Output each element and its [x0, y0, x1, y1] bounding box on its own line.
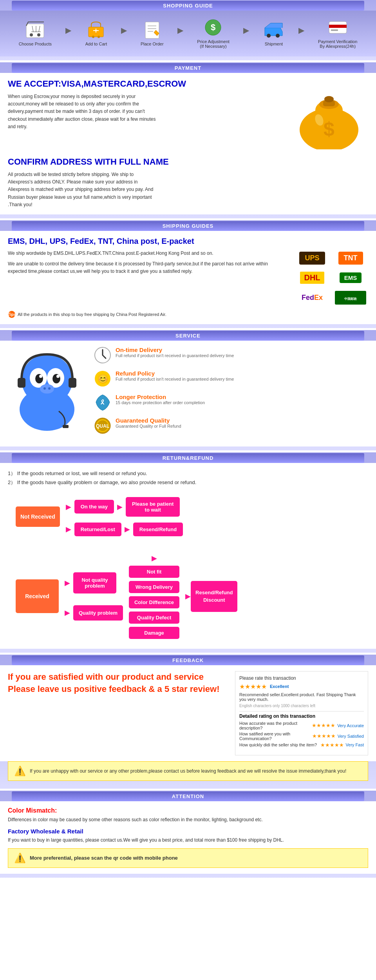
- feedback-warning-banner: ⚠️ If you are unhappy with our service o…: [8, 761, 368, 781]
- rating-row-description: How accurate was the product description…: [239, 721, 364, 730]
- delivery-icon: [94, 347, 112, 364]
- svg-text:中国邮政: 中国邮政: [344, 297, 357, 301]
- step-priceadj-label: Price Adjustment(If Necessary): [197, 39, 230, 49]
- wrong-delivery-box: Wrong Delivery: [129, 581, 179, 593]
- svg-point-2: [37, 33, 40, 36]
- feedback-content-area: If you are satisfied with our product an…: [0, 665, 376, 761]
- final-arrow-box: ▶ Resend/RefundDiscount: [185, 581, 237, 612]
- rating-stars-row: ★★★★★ Excellent: [239, 683, 364, 690]
- svg-point-35: [22, 354, 72, 405]
- nr-branch-1: ▶ On the way ▶ Please be patientto wait: [66, 497, 183, 517]
- svg-rect-45: [18, 378, 25, 388]
- quality-text: Guaranteed Quality Guaranteed Quality or…: [116, 417, 181, 428]
- confirm-address-area: CONFIRM ADDRESS WITH FULL NAME All produ…: [8, 157, 368, 209]
- payment-description: When using Escrow,your money is deposite…: [8, 93, 157, 131]
- service-header: SERVICE: [12, 331, 364, 341]
- return-section-wrapper: RETURN&REFUND 1） If the goods returned o…: [0, 452, 376, 653]
- place-order-icon: [141, 20, 163, 40]
- svg-point-9: [98, 36, 100, 38]
- ups-logo: UPS: [295, 250, 330, 267]
- service-item-quality: QUAL Guaranteed Quality Guaranteed Quali…: [94, 417, 368, 435]
- service-items-list: On-time Delivery Full refund if product …: [94, 347, 368, 441]
- rating-row-shipping: How quickly didi the seller ship the ite…: [239, 742, 364, 748]
- svg-point-1: [30, 33, 33, 36]
- received-right-boxes: ▶ Not fit Wrong Delivery Color Differenc…: [129, 554, 179, 639]
- payment-left: WE ACCEPT:VISA,MASTERCARD,ESCROW When us…: [8, 79, 290, 151]
- transaction-label: Please rate this transaction: [239, 675, 364, 681]
- protection-icon: 🎗: [94, 394, 112, 411]
- nr-branches: ▶ On the way ▶ Please be patientto wait …: [66, 497, 183, 536]
- svg-point-27: [324, 96, 334, 102]
- damage-box: Damage: [129, 627, 179, 639]
- not-received-diagram: Not Received ▶ On the way ▶ Please be pa…: [8, 493, 368, 540]
- tips-text: All the products in this shop to buy fre…: [18, 312, 166, 317]
- svg-rect-12: [145, 22, 159, 38]
- return-content-area: 1） If the goods returned or lost, we wil…: [0, 463, 376, 649]
- qr-warning-icon: ⚠️: [14, 853, 26, 864]
- svg-point-43: [43, 387, 46, 390]
- shipping-main-row: We ship wordwide by EMS.DHL.UPS.FedEX.TN…: [8, 250, 368, 307]
- svg-rect-21: [329, 25, 347, 28]
- not-quality-branch: ▶ Not qualityproblem: [65, 572, 123, 593]
- svg-text:$: $: [211, 22, 215, 32]
- rating-stars-desc: ★★★★★: [312, 722, 335, 728]
- step-add-to-cart: Add to Cart: [85, 20, 107, 46]
- protection-text: Longer Protection 15 days more protectio…: [116, 394, 205, 405]
- svg-rect-47: [63, 425, 69, 428]
- delivery-text: On-time Delivery Full refund if product …: [116, 347, 234, 358]
- step-addcart-label: Add to Cart: [85, 42, 107, 46]
- mismatch-text: Differences in color may be caused by so…: [8, 816, 368, 823]
- wholesale-title: Factory Wholesale & Retail: [8, 828, 368, 835]
- rating-row-communication: How satified were you with Communication…: [239, 731, 364, 741]
- detailed-label: Detailed rating on this transaction: [239, 713, 364, 719]
- mismatch-title: Color Mismatch:: [8, 807, 368, 814]
- shipping-content-area: EMS, DHL, UPS, FedEx, TNT, China post, E…: [0, 231, 376, 324]
- arrow-nr-1: ▶: [66, 503, 71, 511]
- quality-defect-box: Quality Defect: [129, 612, 179, 624]
- quality-branch: ▶ Quality problem: [65, 605, 123, 621]
- attention-content-area: Color Mismatch: Differences in color may…: [0, 801, 376, 874]
- feedback-header: FEEDBACK: [12, 655, 364, 665]
- arrow-2: ▶: [121, 25, 127, 35]
- attention-header: ATTENTION: [12, 791, 364, 801]
- shipping-title: EMS, DHL, UPS, FedEx, TNT, China post, E…: [8, 237, 368, 246]
- feedback-right-panel: Please rate this transaction ★★★★★ Excel…: [235, 671, 368, 755]
- returned-lost-box: Returned/Lost: [74, 523, 121, 536]
- svg-text:😊: 😊: [98, 374, 108, 384]
- shipping-header: SHIPPING GUIDES: [12, 221, 364, 231]
- tnt-logo: TNT: [333, 250, 368, 267]
- arrow-nr-2: ▶: [117, 503, 123, 511]
- svg-text:$: $: [324, 118, 334, 140]
- feedback-left-panel: If you are satisfied with our product an…: [8, 671, 227, 755]
- color-difference-box: Color Difference: [129, 596, 179, 608]
- shipment-icon: [263, 20, 284, 40]
- fedex-logo: FedEx: [295, 289, 330, 307]
- svg-point-8: [92, 36, 94, 38]
- payment-header: PAYMENT: [12, 63, 364, 73]
- arrow-3: ▶: [177, 25, 183, 35]
- step-choose-products: Choose Products: [19, 20, 52, 46]
- dhl-logo: DHL: [295, 270, 330, 286]
- ems-logo: EMS: [333, 270, 368, 286]
- confirm-title: CONFIRM ADDRESS WITH FULL NAME: [8, 157, 368, 167]
- tips-icon: Tips: [8, 310, 16, 318]
- shopping-guide-section: SHOPPING GUIDE Choose Products: [0, 0, 376, 60]
- step-price-adjustment: $ Price Adjustment(If Necessary): [197, 18, 230, 49]
- received-diagram: Received ▶ Not qualityproblem ▶ Quality …: [8, 550, 368, 643]
- not-fit-box: Not fit: [129, 566, 179, 578]
- carrier-logos: UPS TNT DHL EMS FedEx 中国邮政: [295, 250, 368, 307]
- service-mascot: [8, 347, 86, 441]
- shipping-description: We ship wordwide by EMS.DHL.UPS.FedEX.TN…: [8, 250, 283, 307]
- step-shipment: Shipment: [263, 20, 284, 46]
- svg-text:Tips: Tips: [8, 312, 16, 317]
- payment-verify-icon: [327, 18, 349, 37]
- step-place-order: Place Order: [141, 20, 164, 46]
- svg-point-41: [56, 375, 60, 378]
- qr-text: More preferential, please scan the qr co…: [30, 855, 178, 861]
- return-rules: 1） If the goods returned or lost, we wil…: [8, 469, 368, 487]
- on-the-way-box: On the way: [74, 500, 114, 514]
- not-received-box: Not Received: [16, 506, 60, 527]
- wholesale-text: If you want to buy in large quantities, …: [8, 837, 368, 844]
- steps-row: Choose Products ▶ Add to Cart ▶: [8, 14, 368, 51]
- service-section-wrapper: SERVICE: [0, 330, 376, 450]
